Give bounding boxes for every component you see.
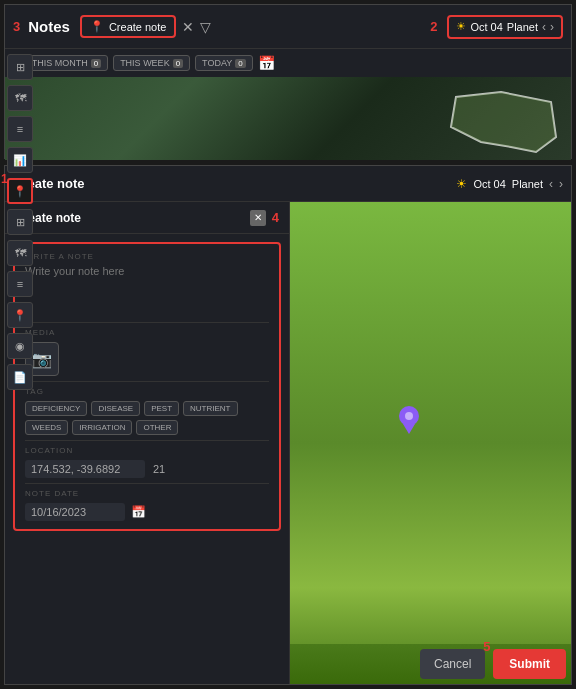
tag-weeds[interactable]: WEEDS	[25, 420, 68, 435]
sidebar-grid-icon[interactable]: ⊞	[7, 54, 33, 80]
today-label: TODAY	[202, 58, 232, 68]
this-month-count: 0	[91, 59, 101, 68]
top-panel: 3 Notes 📍 Create note ✕ ▽ 2 ☀ Oct 04 Pla…	[4, 4, 572, 159]
modal-close-button[interactable]: ✕	[250, 210, 266, 226]
step-4-badge: 4	[272, 210, 279, 225]
media-label: MEDIA	[25, 328, 269, 337]
tag-disease[interactable]: DISEASE	[91, 401, 140, 416]
create-note-label: Create note	[109, 21, 166, 33]
sidebar-bottom-layers[interactable]: ≡	[7, 271, 33, 297]
note-date-section: NOTE DATE 📅	[25, 489, 269, 521]
tag-nutrient[interactable]: NUTRIENT	[183, 401, 237, 416]
tag-section: TAG DEFICIENCY DISEASE PEST NUTRIENT WEE…	[25, 387, 269, 435]
date-label: Oct 04	[470, 21, 502, 33]
svg-point-4	[405, 412, 413, 420]
today-filter[interactable]: TODAY 0	[195, 55, 253, 71]
date-bottom: Oct 04	[473, 178, 505, 190]
tag-label: TAG	[25, 387, 269, 396]
date-badge: ☀ Oct 04 Planet ‹ ›	[447, 15, 563, 39]
left-sidebar-bottom: ⊞ 🗺 ≡ 📍 ◉ 📄	[4, 165, 36, 390]
date-prev-bottom[interactable]: ‹	[549, 177, 553, 191]
zoom-value: 21	[153, 463, 165, 475]
bottom-panel: Create note ☀ Oct 04 Planet ‹ › Create n…	[4, 165, 572, 685]
tag-pest[interactable]: PEST	[144, 401, 179, 416]
sidebar-bottom-grid[interactable]: ⊞	[7, 209, 33, 235]
note-date-input[interactable]	[25, 503, 125, 521]
modal-title: Create note	[15, 211, 250, 225]
today-count: 0	[235, 59, 245, 68]
sidebar-bottom-doc[interactable]: 📄	[7, 364, 33, 390]
location-section: LOCATION 21	[25, 446, 269, 478]
bottom-body: Create note ✕ 4 WRITE A NOTE MEDIA 📷	[5, 202, 571, 684]
cancel-button[interactable]: Cancel	[420, 649, 485, 679]
sidebar-bottom-map[interactable]: 🗺	[7, 240, 33, 266]
this-week-count: 0	[173, 59, 183, 68]
modal-header: Create note ✕ 4	[5, 202, 289, 234]
date-prev-button[interactable]: ‹	[542, 20, 546, 34]
filter-button[interactable]: ▽	[200, 19, 211, 35]
top-toolbar: 3 Notes 📍 Create note ✕ ▽ 2 ☀ Oct 04 Pla…	[5, 5, 571, 49]
note-textarea[interactable]	[25, 265, 269, 313]
calendar-button[interactable]: 📅	[258, 55, 275, 71]
filter-row: S THIS MONTH 0 THIS WEEK 0 TODAY 0 📅	[5, 49, 571, 77]
bottom-map-area	[290, 202, 571, 684]
top-map-area	[5, 77, 571, 160]
divider-4	[25, 483, 269, 484]
sidebar-bottom-circle[interactable]: ◉	[7, 333, 33, 359]
this-month-label: THIS MONTH	[32, 58, 88, 68]
map-pin	[397, 404, 421, 443]
form-content: WRITE A NOTE MEDIA 📷 TAG DEFICIENCY DISE…	[13, 242, 281, 531]
divider-2	[25, 381, 269, 382]
note-date-label: NOTE DATE	[25, 489, 269, 498]
tag-deficiency[interactable]: DEFICIENCY	[25, 401, 87, 416]
write-note-section: WRITE A NOTE	[25, 252, 269, 317]
sun-icon: ☀	[456, 20, 466, 33]
svg-marker-3	[403, 424, 415, 434]
tags-container: DEFICIENCY DISEASE PEST NUTRIENT WEEDS I…	[25, 401, 269, 435]
step-5-badge: 5	[483, 639, 490, 654]
location-input[interactable]	[25, 460, 145, 478]
this-week-label: THIS WEEK	[120, 58, 170, 68]
sidebar-bottom-pin[interactable]: 📍	[7, 302, 33, 328]
create-note-button[interactable]: 📍 Create note	[80, 15, 176, 38]
action-buttons: Cancel 5 Submit	[420, 649, 566, 679]
bottom-panel-toolbar: Create note ☀ Oct 04 Planet ‹ ›	[5, 166, 571, 202]
date-next-bottom[interactable]: ›	[559, 177, 563, 191]
divider-1	[25, 322, 269, 323]
sidebar-map-icon[interactable]: 🗺	[7, 85, 33, 111]
this-week-filter[interactable]: THIS WEEK 0	[113, 55, 190, 71]
svg-marker-1	[451, 92, 556, 152]
divider-3	[25, 440, 269, 441]
this-month-filter[interactable]: THIS MONTH 0	[25, 55, 108, 71]
location-label: LOCATION	[25, 446, 269, 455]
create-note-panel: Create note ✕ 4 WRITE A NOTE MEDIA 📷	[5, 202, 290, 684]
date-picker-button[interactable]: 📅	[131, 505, 146, 519]
close-notes-button[interactable]: ✕	[182, 19, 194, 35]
write-note-label: WRITE A NOTE	[25, 252, 269, 261]
media-section: MEDIA 📷	[25, 328, 269, 376]
date-next-button[interactable]: ›	[550, 20, 554, 34]
submit-button[interactable]: Submit	[493, 649, 566, 679]
pin-icon: 📍	[90, 20, 104, 33]
planet-bottom: Planet	[512, 178, 543, 190]
sun-icon-bottom: ☀	[456, 177, 467, 191]
tag-other[interactable]: OTHER	[136, 420, 178, 435]
tag-irrigation[interactable]: IRRIGATION	[72, 420, 132, 435]
step-2-badge: 2	[430, 19, 437, 34]
planet-label: Planet	[507, 21, 538, 33]
sidebar-layers-icon[interactable]: ≡	[7, 116, 33, 142]
